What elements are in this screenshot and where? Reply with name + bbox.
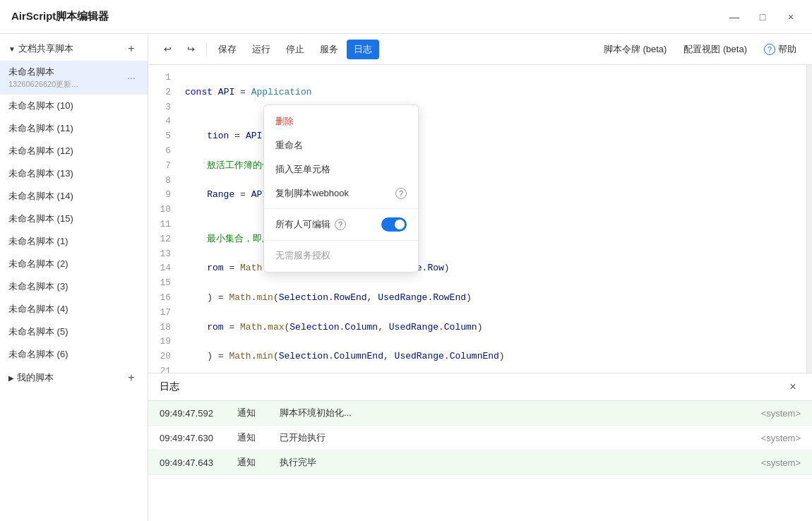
- log-row-1: 09:49:47.630 通知 已开始执行 <system>: [148, 426, 812, 450]
- log-message-2: 执行完毕: [280, 456, 761, 469]
- close-button[interactable]: ×: [781, 7, 801, 27]
- editor-container: 1 2 3 4 5 6 7 8 9 10 11 12 13 14: [148, 65, 812, 521]
- toolbar: ↩ ↪ 保存 运行 停止 服务 日志 脚本令牌 (beta) 配置视图 (bet…: [148, 34, 812, 65]
- save-button[interactable]: 保存: [211, 40, 244, 59]
- shared-scripts-section[interactable]: ▼ 文档共享脚本 +: [0, 34, 148, 61]
- log-button[interactable]: 日志: [347, 40, 379, 59]
- editable-help-icon[interactable]: ?: [335, 219, 346, 230]
- sidebar-item-script-14[interactable]: 未命名脚本 (14): [0, 185, 148, 208]
- code-area: 1 2 3 4 5 6 7 8 9 10 11 12 13 14: [148, 65, 812, 373]
- webhook-help-icon[interactable]: ?: [395, 188, 407, 199]
- sidebar-item-script-11[interactable]: 未命名脚本 (11): [0, 117, 148, 140]
- log-source-0: <system>: [761, 408, 801, 419]
- chevron-down-icon: ▼: [8, 45, 16, 53]
- run-button[interactable]: 运行: [245, 40, 277, 59]
- everyone-editable-toggle[interactable]: [381, 217, 407, 232]
- menu-everyone-editable[interactable]: 所有人可编辑 ?: [264, 212, 418, 237]
- code-editor[interactable]: 1 2 3 4 5 6 7 8 9 10 11 12 13 14: [148, 65, 812, 373]
- menu-delete[interactable]: 删除: [264, 109, 418, 133]
- sidebar: ▼ 文档共享脚本 + 未命名脚本 13260626620更新... ··· 未命…: [0, 34, 148, 521]
- sidebar-item-script-3[interactable]: 未命名脚本 (3): [0, 275, 148, 298]
- log-time-2: 09:49:47.643: [160, 457, 237, 468]
- undo-button[interactable]: ↩: [157, 40, 179, 58]
- sidebar-item-script-2[interactable]: 未命名脚本 (2): [0, 253, 148, 275]
- chevron-right-icon: ▶: [8, 374, 14, 382]
- sidebar-item-script-4[interactable]: 未命名脚本 (4): [0, 298, 148, 321]
- main-layout: ▼ 文档共享脚本 + 未命名脚本 13260626620更新... ··· 未命…: [0, 34, 812, 521]
- log-source-1: <system>: [761, 433, 801, 443]
- menu-separator-2: [264, 240, 418, 241]
- my-scripts-label: 我的脚本: [17, 371, 124, 384]
- editor-scrollbar[interactable]: [806, 65, 812, 373]
- log-time-0: 09:49:47.592: [160, 408, 237, 419]
- log-close-button[interactable]: ×: [785, 379, 801, 395]
- my-scripts-section[interactable]: ▶ 我的脚本 +: [0, 366, 148, 390]
- toolbar-right: 脚本令牌 (beta) 配置视图 (beta) ? 帮助: [597, 40, 804, 59]
- sidebar-item-script-12[interactable]: 未命名脚本 (12): [0, 140, 148, 162]
- log-message-1: 已开始执行: [280, 431, 761, 444]
- add-shared-script-button[interactable]: +: [124, 41, 139, 56]
- undo-icon: ↩: [164, 44, 172, 54]
- log-level-2: 通知: [237, 456, 280, 469]
- sidebar-item-script-5[interactable]: 未命名脚本 (5): [0, 321, 148, 343]
- active-script-more-button[interactable]: ···: [124, 70, 139, 85]
- toolbar-separator-1: [206, 42, 207, 56]
- sidebar-item-script-6[interactable]: 未命名脚本 (6): [0, 343, 148, 366]
- log-row-2: 09:49:47.643 通知 执行完毕 <system>: [148, 450, 812, 475]
- sidebar-item-script-15[interactable]: 未命名脚本 (15): [0, 208, 148, 230]
- sidebar-item-active-script[interactable]: 未命名脚本 13260626620更新... ···: [0, 61, 148, 95]
- line-numbers: 1 2 3 4 5 6 7 8 9 10 11 12 13 14: [148, 65, 177, 373]
- redo-icon: ↪: [187, 44, 195, 54]
- redo-button[interactable]: ↪: [180, 40, 202, 58]
- minimize-button[interactable]: —: [724, 7, 744, 27]
- log-panel: 日志 × 09:49:47.592 通知 脚本环境初始化... <system>…: [148, 373, 812, 521]
- menu-separator: [264, 208, 418, 209]
- help-button[interactable]: ? 帮助: [757, 40, 804, 59]
- service-button[interactable]: 服务: [313, 40, 345, 59]
- context-menu: 删除 重命名 插入至单元格 复制脚本webhook ? 所有人可编辑 ?: [263, 104, 419, 273]
- log-source-2: <system>: [761, 457, 801, 468]
- app-title: AirScript脚本编辑器: [11, 10, 109, 23]
- shared-section-label: 文档共享脚本: [18, 42, 124, 55]
- stop-button[interactable]: 停止: [279, 40, 311, 59]
- active-script-name: 未命名脚本: [8, 66, 124, 78]
- log-table: 09:49:47.592 通知 脚本环境初始化... <system> 09:4…: [148, 401, 812, 521]
- log-header: 日志 ×: [148, 373, 812, 401]
- sidebar-item-script-13[interactable]: 未命名脚本 (13): [0, 162, 148, 185]
- log-message-0: 脚本环境初始化...: [280, 407, 761, 419]
- log-time-1: 09:49:47.630: [160, 433, 237, 443]
- active-script-subtitle: 13260626620更新...: [8, 79, 124, 90]
- titlebar: AirScript脚本编辑器 — □ ×: [0, 0, 812, 34]
- maximize-button[interactable]: □: [753, 7, 772, 27]
- menu-insert-to-cell[interactable]: 插入至单元格: [264, 157, 418, 181]
- menu-rename[interactable]: 重命名: [264, 133, 418, 157]
- config-view-button[interactable]: 配置视图 (beta): [676, 40, 754, 59]
- script-badge-button[interactable]: 脚本令牌 (beta): [597, 40, 674, 59]
- menu-no-service-auth: 无需服务授权: [264, 244, 418, 268]
- log-level-1: 通知: [237, 431, 280, 444]
- sidebar-item-script-1[interactable]: 未命名脚本 (1): [0, 230, 148, 253]
- window-controls: — □ ×: [724, 7, 801, 27]
- log-row-0: 09:49:47.592 通知 脚本环境初始化... <system>: [148, 401, 812, 426]
- add-my-script-button[interactable]: +: [124, 370, 139, 385]
- sidebar-item-script-10[interactable]: 未命名脚本 (10): [0, 95, 148, 117]
- log-level-0: 通知: [237, 407, 280, 419]
- menu-copy-webhook[interactable]: 复制脚本webhook ?: [264, 181, 418, 205]
- log-title: 日志: [160, 381, 179, 393]
- help-circle-icon: ?: [764, 44, 775, 55]
